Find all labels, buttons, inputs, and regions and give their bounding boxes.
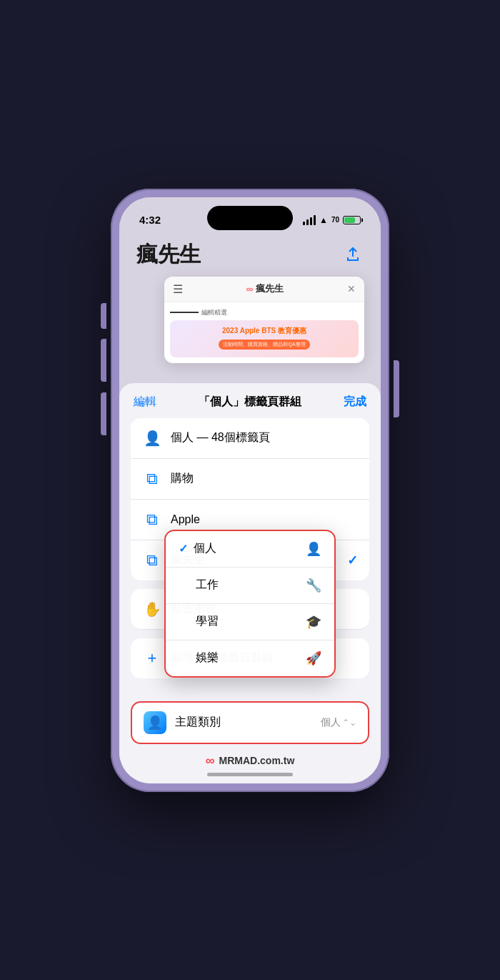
mini-browser-preview: ☰ ∞ 瘋先生 ✕ 編輯精選 2023 Apple BTS 教育優惠 [164, 277, 364, 363]
bar1 [303, 222, 305, 225]
bar4 [314, 215, 316, 225]
mrmad-icon: ⧉ [142, 550, 162, 570]
theme-value: 個人 ⌃⌄ [321, 716, 356, 729]
dropdown-study-label: 學習 [179, 614, 219, 629]
tab-item-personal[interactable]: 👤 個人 — 48個標籤頁 [131, 418, 369, 459]
apple-label: Apple [171, 513, 358, 526]
mini-browser-nav: ☰ ∞ 瘋先生 ✕ [164, 277, 364, 302]
mini-tag: 編輯精選 [170, 308, 359, 317]
hamburger-icon: ☰ [173, 282, 183, 296]
shopping-icon: ⧉ [142, 469, 162, 489]
mini-logo: ∞ 瘋先生 [246, 282, 284, 295]
brand-logo-icon: ∞ [206, 753, 215, 768]
mini-banner: 2023 Apple BTS 教育優惠 活動時間、購買資格、贈品和QA整理 [170, 320, 359, 357]
mute-button[interactable] [101, 303, 106, 329]
mini-banner-title: 2023 Apple BTS 教育優惠 [176, 326, 353, 336]
bar3 [310, 217, 312, 225]
theme-row[interactable]: 👤 主題類別 個人 ⌃⌄ [131, 701, 369, 744]
brand-bar: ∞ MRMAD.com.tw [119, 753, 381, 776]
tag-line [170, 312, 199, 313]
page-title: 瘋先生 [136, 240, 201, 269]
power-button[interactable] [394, 360, 399, 417]
banner-brand: Apple [240, 327, 260, 335]
bar2 [306, 219, 309, 225]
phone-screen: 4:32 ▲ 70 瘋先生 [119, 197, 381, 783]
dynamic-island [207, 206, 293, 230]
chevron-updown-icon: ⌃⌄ [342, 718, 356, 728]
dropdown-personal-label: ✓ 個人 [179, 541, 216, 556]
status-icons: ▲ 70 [303, 215, 361, 225]
banner-prefix: 2023 [222, 327, 240, 335]
dropdown-study-icon: 🎓 [306, 614, 321, 630]
brand-logo: ∞ MRMAD.com.tw [206, 753, 295, 768]
tab-item-shopping[interactable]: ⧉ 購物 [131, 459, 369, 500]
dropdown-work-label: 工作 [179, 578, 219, 593]
done-button[interactable]: 完成 [344, 395, 366, 410]
mini-close-icon: ✕ [347, 283, 356, 295]
dropdown-item-personal[interactable]: ✓ 個人 👤 [166, 531, 334, 568]
dropdown-entertainment-label: 娛樂 [179, 650, 219, 665]
dropdown-check: ✓ [179, 542, 188, 555]
theme-current-value: 個人 [321, 716, 341, 729]
wifi-icon: ▲ [319, 215, 328, 225]
mini-tag-text: 編輯精選 [201, 308, 227, 317]
volume-up-button[interactable] [101, 339, 106, 382]
mini-logo-icon: ∞ [246, 283, 254, 295]
dropdown-item-entertainment[interactable]: 娛樂 🚀 [166, 640, 334, 676]
shopping-label: 購物 [171, 471, 358, 486]
dropdown-item-work[interactable]: 工作 🔧 [166, 568, 334, 604]
home-indicator [207, 773, 293, 776]
mrmad-check: ✓ [347, 553, 358, 568]
battery-percent: 70 [331, 216, 339, 224]
personal-label: 個人 — 48個標籤頁 [171, 430, 358, 445]
dropdown-entertainment-icon: 🚀 [306, 650, 321, 666]
status-time: 4:32 [139, 214, 161, 226]
signal-icon [303, 215, 316, 225]
apple-group-icon: ⧉ [142, 510, 162, 530]
banner-suffix: BTS 教育優惠 [259, 327, 306, 335]
mini-banner-sub: 活動時間、購買資格、贈品和QA整理 [219, 340, 309, 350]
dropdown-popup: ✓ 個人 👤 工作 🔧 學習 🎓 [164, 530, 336, 678]
share-button[interactable] [342, 244, 364, 265]
edit-button[interactable]: 編輯 [134, 395, 156, 410]
mini-logo-text: 瘋先生 [256, 282, 284, 295]
battery-icon [343, 216, 361, 224]
phone-frame: 4:32 ▲ 70 瘋先生 [111, 189, 389, 792]
add-icon: + [142, 648, 162, 668]
battery-fill [344, 217, 355, 223]
tab-panel-header: 編輯 「個人」標籤頁群組 完成 [119, 383, 381, 418]
tab-panel-title: 「個人」標籤頁群組 [199, 395, 301, 410]
theme-label: 主題類別 [175, 715, 312, 730]
brand-logo-text: MRMAD.com.tw [219, 755, 295, 766]
dropdown-item-study[interactable]: 學習 🎓 [166, 604, 334, 640]
volume-down-button[interactable] [101, 392, 106, 435]
theme-icon: 👤 [144, 711, 166, 734]
personal-icon: 👤 [142, 428, 162, 448]
mini-browser-content: 編輯精選 2023 Apple BTS 教育優惠 活動時間、購買資格、贈品和QA… [164, 302, 364, 363]
dropdown-work-icon: 🔧 [306, 578, 321, 593]
private-icon: ✋ [142, 599, 162, 619]
dropdown-personal-icon: 👤 [306, 541, 321, 557]
